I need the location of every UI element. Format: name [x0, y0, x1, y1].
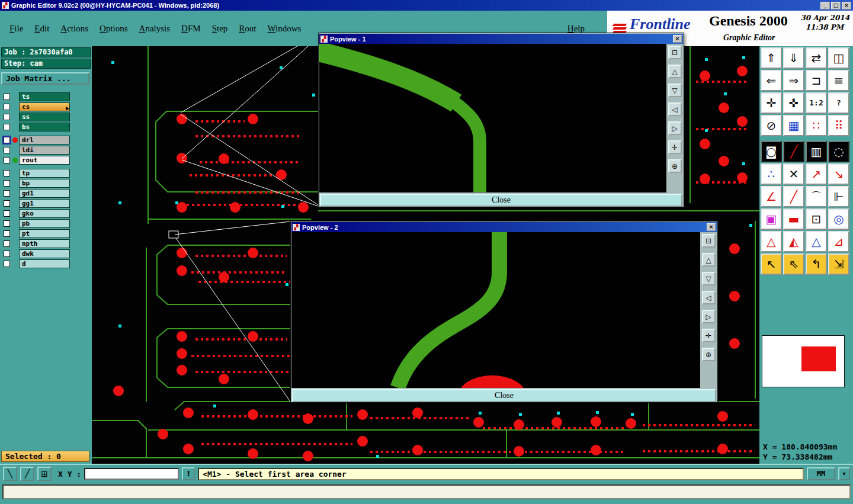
swap-frames-icon[interactable]: ▣ — [761, 208, 782, 230]
ortho-line-tool-icon[interactable]: ╱ — [20, 467, 34, 481]
menu-options[interactable]: Options — [100, 24, 128, 34]
grid-toggle-icon[interactable]: ⊞ — [37, 467, 52, 481]
menu-windows[interactable]: Windows — [267, 24, 301, 34]
popview-1-close-button[interactable]: Close — [320, 194, 682, 207]
diagonal-line-tool-icon[interactable]: ╲ — [3, 467, 17, 481]
popview-1-canvas[interactable] — [319, 44, 666, 192]
layer-checkbox[interactable] — [4, 114, 10, 120]
pan-left-icon[interactable]: ◁ — [702, 291, 716, 304]
menu-help[interactable]: Help — [567, 24, 585, 34]
layer-row-drl[interactable]: drl — [2, 135, 91, 145]
split-view-icon[interactable]: ◫ — [828, 47, 849, 69]
popview-2-canvas[interactable] — [291, 232, 700, 388]
triangle-outline-icon[interactable]: △ — [761, 231, 782, 252]
move-view-icon[interactable]: ✜ — [783, 92, 804, 114]
layer-row-npth[interactable]: npth — [2, 239, 91, 248]
maximize-button[interactable]: □ — [831, 2, 841, 9]
ruler-icon[interactable]: ▥ — [806, 141, 827, 162]
layer-row-gg1[interactable]: gg1 — [2, 198, 91, 208]
layer-row-cs[interactable]: cs▲ — [2, 102, 91, 111]
layer-name-tp[interactable]: tp — [19, 169, 70, 178]
help-icon[interactable]: ? — [828, 92, 849, 114]
pan-up-icon[interactable]: △ — [668, 65, 682, 78]
layer-checkbox[interactable] — [4, 157, 10, 163]
stack-layers-icon[interactable]: ≡ — [828, 70, 849, 91]
right-triangle-icon[interactable]: ⊿ — [828, 231, 849, 252]
overview-navigator[interactable] — [762, 335, 845, 387]
mirror-text-icon[interactable]: ⊩ — [828, 186, 849, 207]
layer-name-gg1[interactable]: gg1 — [19, 199, 70, 208]
layer-checkbox[interactable] — [4, 147, 10, 153]
layer-checkbox[interactable] — [4, 200, 10, 207]
layer-row-dwk[interactable]: dwk — [2, 249, 91, 258]
layer-checkbox[interactable] — [4, 230, 10, 237]
pan-view-right-icon[interactable]: ⇒ — [783, 70, 804, 91]
popview-2-titlebar[interactable]: ▞ Popview - 2 × — [291, 222, 717, 232]
arc-tool-icon[interactable]: ⌒ — [806, 186, 827, 207]
zoom-extents-icon[interactable]: ✛ — [761, 92, 782, 114]
triangle-blue-icon[interactable]: △ — [806, 231, 827, 252]
menu-analysis[interactable]: Analysis — [139, 24, 171, 34]
select-query-icon[interactable]: ↰ — [806, 253, 827, 275]
pan-view-left-icon[interactable]: ⇐ — [761, 70, 782, 91]
grid-icon[interactable]: ▦ — [783, 115, 804, 136]
layer-checkbox[interactable] — [4, 170, 10, 176]
measure-icon[interactable]: ⊘ — [761, 115, 782, 136]
zoom-full-icon[interactable]: ⊕ — [668, 159, 682, 173]
layer-row-pt[interactable]: pt — [2, 229, 91, 238]
select-add-icon[interactable]: ⇖ — [783, 253, 804, 275]
close-button[interactable]: × — [842, 2, 851, 9]
box-select-icon[interactable]: ⊡ — [806, 208, 827, 230]
swap-views-icon[interactable]: ⇄ — [806, 47, 827, 69]
layer-name-d[interactable]: d — [19, 259, 70, 268]
scale-1-2-button[interactable]: 1:2 — [806, 92, 827, 114]
layer-checkbox[interactable] — [4, 104, 10, 110]
layer-name-npth[interactable]: npth — [19, 239, 70, 248]
pan-view-up-icon[interactable]: ⇑ — [761, 47, 782, 69]
zoom-full-icon[interactable]: ⊕ — [702, 348, 716, 361]
pan-up-icon[interactable]: △ — [702, 253, 716, 267]
layer-row-tp[interactable]: tp — [2, 168, 91, 178]
fit-view-icon[interactable]: ✛ — [668, 140, 682, 154]
xy-input[interactable] — [84, 468, 179, 480]
layer-checkbox[interactable] — [4, 210, 10, 217]
layer-name-gd1[interactable]: gd1 — [19, 189, 70, 198]
layer-row-bs[interactable]: bs — [2, 122, 91, 131]
layer-checkbox[interactable] — [4, 124, 10, 130]
dotted-circle-icon[interactable]: ◌ — [828, 141, 849, 162]
layer-name-pb[interactable]: pb — [19, 219, 70, 228]
layer-checkbox[interactable] — [4, 251, 10, 257]
slant-line-icon[interactable]: ╱ — [783, 141, 804, 162]
menu-rout[interactable]: Rout — [239, 24, 256, 34]
title-bar[interactable]: ▞ Graphic Editor 9.02c2 (00@HY-HYCAM-PC0… — [0, 0, 853, 11]
layer-name-ss[interactable]: ss — [19, 113, 70, 121]
layer-row-gko[interactable]: gko — [2, 208, 91, 218]
zoom-window-icon[interactable]: ⊡ — [668, 46, 682, 59]
close-polygon-icon[interactable]: ✕ — [783, 163, 804, 185]
menu-file[interactable]: File — [9, 24, 23, 34]
popview-1-titlebar[interactable]: ▞ Popview - 1 × — [319, 34, 683, 44]
line-45-icon[interactable]: ╱ — [783, 186, 804, 207]
popview-1-close-x[interactable]: × — [673, 35, 682, 43]
pan-right-icon[interactable]: ▷ — [702, 310, 716, 323]
zoom-window-icon[interactable]: ⊡ — [702, 234, 716, 248]
layer-row-ss[interactable]: ss — [2, 112, 91, 121]
layer-row-ldi[interactable]: ldi — [2, 145, 91, 155]
layer-row-rout[interactable]: rout — [2, 155, 91, 165]
menu-step[interactable]: Step — [212, 24, 228, 34]
highlight-pad-icon[interactable]: ◙ — [761, 141, 782, 162]
layer-name-ldi[interactable]: ldi — [19, 146, 70, 155]
layer-row-pb[interactable]: pb — [2, 219, 91, 228]
layer-name-cs[interactable]: cs▲ — [19, 102, 70, 111]
layer-name-pt[interactable]: pt — [19, 229, 70, 238]
select-arrow-icon[interactable]: ↖ — [761, 253, 782, 275]
pan-left-icon[interactable]: ◁ — [668, 102, 682, 116]
layer-name-rout[interactable]: rout — [19, 156, 70, 165]
menu-dfm[interactable]: DFM — [181, 24, 201, 34]
vertex-arrow-icon[interactable]: ↗ — [806, 163, 827, 185]
layer-name-dwk[interactable]: dwk — [19, 249, 70, 258]
layer-row-bp[interactable]: bp — [2, 178, 91, 188]
clip-view-icon[interactable]: ⊐ — [806, 70, 827, 91]
pan-down-icon[interactable]: ▽ — [702, 272, 716, 285]
units-button[interactable]: MM — [807, 467, 835, 480]
